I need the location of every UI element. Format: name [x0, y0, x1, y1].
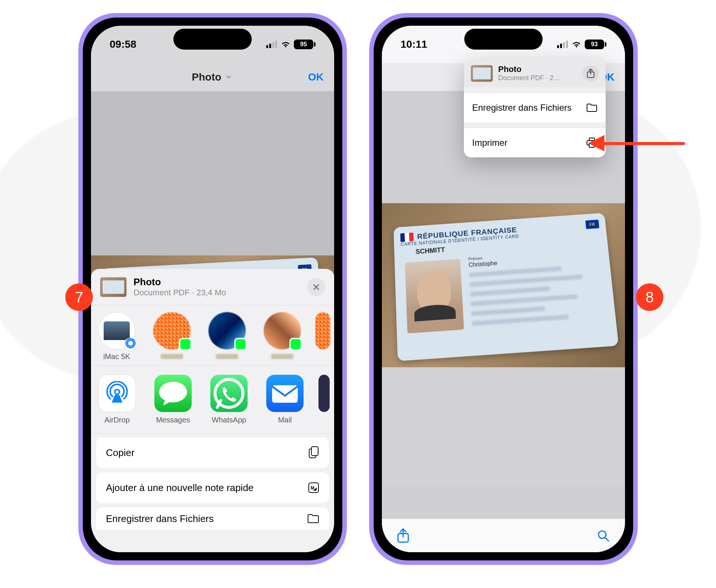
document-thumbnail — [100, 277, 127, 297]
folder-icon — [307, 514, 319, 523]
svg-rect-6 — [272, 385, 298, 403]
action-copy[interactable]: Copier — [96, 437, 329, 468]
phone-mockup-right: 10:11 93 Photo OK — [369, 13, 638, 565]
app-label: Mail — [278, 416, 292, 424]
app-label: AirDrop — [104, 416, 130, 424]
signal-icon — [266, 41, 277, 48]
dynamic-island — [173, 29, 252, 50]
airdrop-icon — [98, 375, 136, 412]
battery-level: 93 — [585, 40, 604, 49]
popover-title: Photo — [498, 65, 577, 74]
action-quicknote[interactable]: Ajouter à une nouvelle note rapide M — [96, 472, 329, 503]
avatar-icon — [264, 312, 301, 349]
copy-icon — [308, 446, 319, 459]
apps-row: AirDrop Messages WhatsApp — [91, 366, 334, 434]
context-popover: Photo Document PDF · 2… Enregistrer dans… — [464, 59, 606, 157]
quicknote-icon: M — [308, 482, 319, 493]
app-icon-partial — [318, 375, 330, 412]
app-mail[interactable]: Mail — [263, 375, 307, 424]
step-badge-8: 8 — [636, 283, 663, 311]
messages-icon — [154, 375, 192, 412]
share-sheet-header: Photo Document PDF · 23,4 Mo — [91, 269, 334, 305]
wifi-icon — [571, 41, 582, 48]
contact-person[interactable] — [205, 312, 249, 361]
popover-header: Photo Document PDF · 2… — [464, 59, 606, 87]
nav-title-button[interactable]: Photo — [192, 71, 233, 83]
share-button[interactable] — [397, 528, 409, 543]
action-label: Enregistrer dans Fichiers — [106, 513, 214, 525]
folder-icon — [586, 103, 597, 112]
svg-point-4 — [115, 390, 119, 394]
action-label: Enregistrer dans Fichiers — [472, 103, 572, 113]
id-firstname: Christophe — [468, 260, 497, 268]
action-label: Imprimer — [472, 138, 508, 148]
signal-icon — [557, 41, 568, 48]
contacts-row: iMac 5K — [91, 305, 334, 366]
share-title: Photo — [134, 276, 226, 288]
id-photo — [405, 259, 464, 333]
app-whatsapp[interactable]: WhatsApp — [207, 375, 251, 424]
action-save-files[interactable]: Enregistrer dans Fichiers — [464, 92, 606, 122]
phone-mockup-left: 09:58 95 Photo OK — [78, 13, 347, 565]
status-time: 09:58 — [110, 38, 136, 50]
app-messages[interactable]: Messages — [151, 375, 195, 424]
status-time: 10:11 — [401, 38, 427, 50]
svg-rect-2 — [272, 42, 274, 48]
bottom-toolbar — [382, 519, 625, 552]
svg-text:M: M — [311, 485, 314, 491]
imac-icon — [98, 312, 135, 349]
nav-bar: Photo OK — [91, 63, 334, 91]
contact-person[interactable] — [150, 312, 194, 361]
close-button[interactable] — [307, 278, 325, 296]
callout-arrow — [588, 139, 685, 148]
svg-rect-1 — [269, 44, 271, 48]
popover-subtitle: Document PDF · 2… — [498, 74, 577, 82]
avatar-icon — [208, 312, 246, 349]
action-save-files[interactable]: Enregistrer dans Fichiers — [96, 507, 329, 530]
actions-list: Copier Ajouter à une nouvelle note rapid… — [91, 434, 334, 534]
battery-indicator: 95 — [294, 40, 315, 49]
svg-rect-11 — [557, 45, 559, 48]
document-thumbnail — [471, 65, 493, 82]
action-label: Ajouter à une nouvelle note rapide — [106, 482, 254, 494]
action-print[interactable]: Imprimer — [464, 128, 606, 157]
battery-indicator: 93 — [585, 40, 606, 49]
wifi-icon — [280, 41, 291, 48]
svg-rect-13 — [563, 42, 565, 48]
search-button[interactable] — [597, 529, 610, 543]
svg-rect-0 — [266, 45, 268, 48]
ok-button[interactable]: OK — [308, 71, 324, 83]
id-data-blur — [469, 264, 607, 331]
app-more[interactable] — [318, 375, 330, 424]
avatar-icon — [315, 312, 330, 349]
contact-imac[interactable]: iMac 5K — [95, 312, 139, 361]
app-airdrop[interactable]: AirDrop — [95, 375, 139, 424]
battery-level: 95 — [294, 40, 313, 49]
step-badge-7: 7 — [65, 283, 93, 311]
dynamic-island — [464, 29, 543, 50]
chevron-down-icon — [224, 72, 233, 82]
svg-rect-14 — [566, 41, 568, 48]
nav-title-label: Photo — [192, 71, 221, 83]
share-sheet: Photo Document PDF · 23,4 Mo iMac 5K — [91, 269, 334, 552]
app-label: WhatsApp — [212, 416, 246, 424]
avatar-icon — [153, 312, 191, 349]
mail-icon — [266, 375, 304, 412]
svg-rect-12 — [560, 44, 562, 48]
contact-person[interactable] — [315, 312, 330, 361]
svg-rect-3 — [275, 41, 277, 48]
id-firstname-label: Prénom — [468, 256, 483, 261]
document-preview: RÉPUBLIQUE FRANÇAISEFR CARTE NATIONALE D… — [382, 203, 625, 367]
share-button[interactable] — [582, 65, 599, 82]
app-label: Messages — [156, 416, 190, 424]
whatsapp-icon — [210, 375, 248, 412]
contact-label: iMac 5K — [103, 352, 130, 361]
action-label: Copier — [106, 447, 135, 459]
svg-rect-8 — [311, 447, 318, 456]
share-subtitle: Document PDF · 23,4 Mo — [134, 288, 226, 298]
contact-person[interactable] — [260, 312, 304, 361]
